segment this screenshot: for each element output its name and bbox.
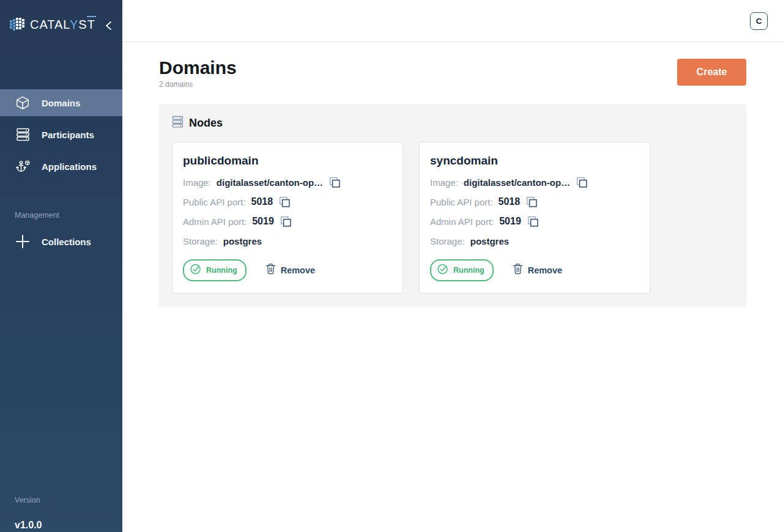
app-window: CATALYST Domains bbox=[0, 0, 783, 532]
sidebar-item-label: Applications bbox=[42, 161, 97, 172]
check-circle-icon bbox=[190, 263, 202, 278]
sidebar-item-applications[interactable]: Applications bbox=[0, 153, 122, 180]
version-block: Version v1.0.0 bbox=[0, 496, 122, 532]
remove-button[interactable]: Remove bbox=[513, 263, 562, 277]
node-card-publicdomain: publicdomain Image: digitalasset/canton-… bbox=[172, 142, 403, 294]
image-row: Image: digitalasset/canton-op… bbox=[430, 176, 639, 189]
status-badge: Running bbox=[430, 259, 494, 281]
admin-api-value: 5019 bbox=[252, 216, 274, 227]
plus-icon bbox=[14, 234, 31, 249]
copy-icon[interactable] bbox=[280, 216, 292, 227]
topbar: C bbox=[122, 0, 783, 42]
nodes-stack-icon bbox=[172, 116, 184, 131]
brand-name: CATALYST bbox=[30, 18, 95, 32]
content: Domains 2 domains Create bbox=[122, 42, 783, 307]
status-text: Running bbox=[453, 266, 484, 275]
nodes-section-title: Nodes bbox=[189, 117, 223, 130]
image-label: Image: bbox=[430, 177, 458, 188]
node-card-syncdomain: syncdomain Image: digitalasset/canton-op… bbox=[419, 142, 650, 294]
trash-icon bbox=[265, 263, 276, 277]
node-cards: publicdomain Image: digitalasset/canton-… bbox=[172, 142, 733, 294]
public-api-value: 5018 bbox=[499, 196, 521, 207]
sidebar-nav: Domains Participants bbox=[0, 89, 122, 260]
sidebar-item-label: Participants bbox=[42, 130, 94, 140]
admin-api-label: Admin API port: bbox=[430, 216, 494, 227]
page-header: Domains 2 domains Create bbox=[159, 58, 746, 89]
check-circle-icon bbox=[437, 263, 449, 278]
card-footer: Running bbox=[430, 259, 639, 281]
copy-icon[interactable] bbox=[527, 216, 539, 227]
public-api-value: 5018 bbox=[251, 196, 273, 207]
version-label: Version bbox=[15, 496, 122, 504]
main-area: C Domains 2 domains Create bbox=[122, 0, 783, 532]
trash-icon bbox=[513, 263, 523, 277]
sidebar-item-label: Domains bbox=[42, 98, 80, 108]
copy-icon[interactable] bbox=[279, 196, 291, 208]
sidebar-item-domains[interactable]: Domains bbox=[0, 89, 122, 116]
admin-api-value: 5019 bbox=[499, 216, 521, 227]
card-footer: Running bbox=[183, 259, 392, 281]
public-api-row: Public API port: 5018 bbox=[430, 196, 639, 209]
node-title: syncdomain bbox=[430, 154, 639, 168]
public-api-label: Public API port: bbox=[430, 197, 493, 207]
node-title: publicdomain bbox=[183, 154, 392, 168]
storage-row: Storage: postgres bbox=[183, 235, 392, 248]
logo: CATALYST bbox=[0, 0, 122, 34]
storage-row: Storage: postgres bbox=[430, 235, 639, 248]
admin-api-label: Admin API port: bbox=[183, 216, 247, 227]
copy-icon[interactable] bbox=[329, 177, 341, 188]
page-title: Domains bbox=[159, 58, 237, 78]
image-row: Image: digitalasset/canton-op… bbox=[183, 176, 392, 189]
sidebar-collapse-button[interactable] bbox=[105, 18, 116, 32]
cube-icon bbox=[14, 95, 31, 111]
admin-api-row: Admin API port: 5019 bbox=[183, 215, 392, 228]
catalyst-cube-logo-icon bbox=[9, 15, 26, 34]
remove-label: Remove bbox=[281, 265, 315, 275]
nodes-panel: Nodes publicdomain Image: digitalasset/c… bbox=[159, 104, 746, 307]
image-value: digitalasset/canton-op… bbox=[464, 177, 570, 188]
public-api-row: Public API port: 5018 bbox=[183, 196, 392, 209]
management-section-label: Management bbox=[15, 211, 122, 220]
version-value: v1.0.0 bbox=[15, 520, 122, 531]
storage-label: Storage: bbox=[183, 236, 218, 246]
copy-icon[interactable] bbox=[576, 177, 588, 188]
anchor-cube-icon bbox=[14, 159, 31, 174]
image-value: digitalasset/canton-op… bbox=[217, 177, 323, 188]
sidebar-item-collections[interactable]: Collections bbox=[0, 228, 122, 255]
domain-count: 2 domains bbox=[159, 80, 237, 89]
storage-label: Storage: bbox=[430, 236, 465, 246]
admin-api-row: Admin API port: 5019 bbox=[430, 215, 639, 228]
sidebar-item-label: Collections bbox=[42, 237, 91, 247]
status-badge: Running bbox=[183, 259, 247, 281]
image-label: Image: bbox=[183, 177, 211, 188]
storage-value: postgres bbox=[223, 236, 262, 246]
copy-icon[interactable] bbox=[526, 196, 538, 208]
public-api-label: Public API port: bbox=[183, 197, 246, 207]
status-text: Running bbox=[206, 266, 237, 275]
create-button[interactable]: Create bbox=[677, 59, 746, 86]
storage-value: postgres bbox=[470, 236, 509, 246]
sidebar-item-participants[interactable]: Participants bbox=[0, 121, 122, 148]
server-stack-icon bbox=[14, 127, 31, 142]
remove-button[interactable]: Remove bbox=[265, 263, 315, 277]
sidebar: CATALYST Domains bbox=[0, 0, 122, 532]
nodes-header: Nodes bbox=[172, 116, 733, 131]
remove-label: Remove bbox=[528, 265, 562, 275]
user-avatar-button[interactable]: C bbox=[750, 12, 768, 30]
